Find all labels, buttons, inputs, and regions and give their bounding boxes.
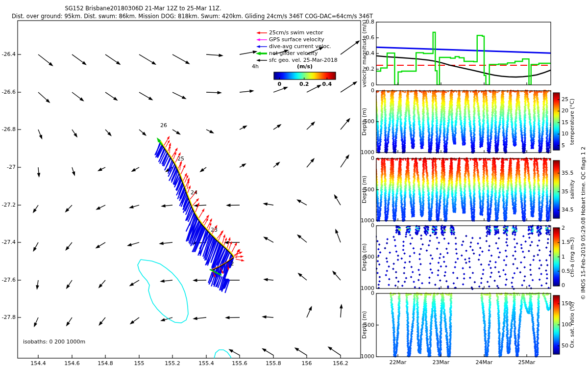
salinity-section-ytick-label: 500 bbox=[357, 187, 374, 193]
chl-colorbar-tick-label: 0 bbox=[562, 283, 565, 289]
chl-colorbar-tick-label: 1 bbox=[562, 254, 565, 260]
legend-item-label: 25cm/s swim vector bbox=[269, 30, 323, 36]
map-lon-tick-label: 155 bbox=[128, 361, 150, 367]
temp-colorbar-tick-label: 20 bbox=[562, 108, 568, 114]
chl-colorbar-tick-label: 0.5 bbox=[562, 268, 570, 274]
ox-colorbar-tick-label: 150 bbox=[562, 301, 572, 307]
imos-copyright: © IMOS 15-Feb-2019 05:29:08 Hobart time.… bbox=[581, 147, 587, 300]
legend-item-label: net glider velocity bbox=[269, 51, 318, 56]
map-lon-tick-label: 156 bbox=[296, 361, 318, 367]
map-lat-tick-label: -26.8 bbox=[0, 127, 16, 132]
temp-colorbar-tick-label: 10 bbox=[562, 131, 568, 137]
velocity-ytick-label: 0.2 bbox=[358, 66, 374, 72]
temp-colorbar-tick-label: 5 bbox=[562, 143, 565, 149]
map-lat-tick-label: -27.4 bbox=[0, 239, 16, 245]
temp-colorbar-label: temperature (°C) bbox=[569, 99, 575, 145]
dive-number-label: 2 bbox=[227, 261, 237, 267]
ox-colorbar-tick-label: 50 bbox=[562, 343, 568, 349]
map-lon-tick-label: 156.2 bbox=[330, 361, 351, 367]
map-colorbar-title: (m/s) bbox=[297, 64, 313, 70]
legend-item-label: dive-avg current veloc. bbox=[269, 44, 331, 50]
velocity-ytick-label: 0.8 bbox=[358, 19, 374, 25]
isobaths-note: isobaths: 0 200 1000m bbox=[23, 339, 85, 345]
map-lat-tick-label: -27.2 bbox=[0, 202, 16, 208]
dive-number-label: 25 bbox=[176, 156, 186, 162]
map-lon-tick-label: 155.4 bbox=[196, 361, 217, 367]
temp-colorbar-tick-label: 15 bbox=[562, 120, 568, 126]
chl-a-section-ytick-label: 1000 bbox=[357, 286, 374, 291]
figure-root: SG152 Brisbane20180306D 21-Mar 12Z to 25… bbox=[0, 0, 588, 368]
sal-colorbar-tick-label: 34.5 bbox=[562, 207, 574, 213]
legend-item-label: sfc geo. vel. 25-Mar-2018 bbox=[269, 57, 338, 63]
map-lat-tick-label: -27 bbox=[0, 164, 16, 170]
salinity-colorbar-label: salinity bbox=[569, 180, 575, 199]
map-colorbar-tick-label: 0.2 bbox=[297, 81, 312, 87]
map-colorbar-tick-label: 0 bbox=[272, 81, 287, 87]
temperature-section-ytick-label: 500 bbox=[357, 119, 374, 125]
chl-a-section-ytick-label: 0 bbox=[357, 223, 374, 229]
oxygen-section-ytick-label: 1000 bbox=[357, 354, 374, 360]
date-tick-label: 25Mar bbox=[514, 360, 539, 366]
map-lon-tick-label: 155.6 bbox=[229, 361, 250, 367]
map-lat-tick-label: -27.8 bbox=[0, 315, 16, 320]
chl-a-section-ytick-label: 500 bbox=[357, 254, 374, 260]
chl-colorbar-tick-label: 2 bbox=[562, 225, 565, 231]
vector-scale-label: 4h bbox=[252, 64, 259, 70]
map-lat-tick-label: -26.4 bbox=[0, 52, 16, 57]
date-tick-label: 23Mar bbox=[428, 360, 454, 366]
map-lon-tick-label: 155.8 bbox=[263, 361, 284, 367]
sal-colorbar-tick-label: 35.5 bbox=[562, 170, 574, 176]
oxygen-section-ytick-label: 500 bbox=[357, 322, 374, 328]
chl-colorbar-label: chl-a (mg m-3) bbox=[569, 237, 575, 277]
map-lat-tick-label: -26.6 bbox=[0, 89, 16, 95]
temperature-section-ytick-label: 0 bbox=[357, 88, 374, 94]
map-lon-tick-label: 154.8 bbox=[95, 361, 116, 367]
map-lon-tick-label: 155.2 bbox=[162, 361, 183, 367]
map-title: SG152 Brisbane20180306D 21-Mar 12Z to 25… bbox=[65, 5, 221, 11]
date-tick-label: 22Mar bbox=[385, 360, 411, 366]
map-colorbar-tick-label: 0.4 bbox=[319, 81, 334, 87]
chl-colorbar-tick-label: 1.5 bbox=[562, 239, 570, 245]
date-tick-label: 24Mar bbox=[471, 360, 497, 366]
map-lon-tick-label: 154.6 bbox=[61, 361, 83, 367]
ox-colorbar-tick-label: 100 bbox=[562, 322, 572, 328]
temp-colorbar-tick-label: 25 bbox=[562, 97, 568, 103]
dive-number-label: 26 bbox=[159, 123, 169, 129]
velocity-ytick-label: 0.6 bbox=[358, 35, 374, 41]
legend-item-label: GPS surface velocity bbox=[269, 37, 324, 43]
map-lat-tick-label: -27.6 bbox=[0, 277, 16, 283]
dive-number-label: 23 bbox=[209, 227, 219, 233]
velocity-ytick-label: 0.4 bbox=[358, 51, 374, 56]
map-subtitle: Dist. over ground: 95km. Dist. swum: 86k… bbox=[12, 13, 373, 19]
salinity-section-ytick-label: 0 bbox=[357, 156, 374, 161]
sal-colorbar-tick-label: 35 bbox=[562, 189, 568, 195]
map-lon-tick-label: 154.4 bbox=[27, 361, 49, 367]
dive-number-label: 24 bbox=[189, 190, 199, 196]
